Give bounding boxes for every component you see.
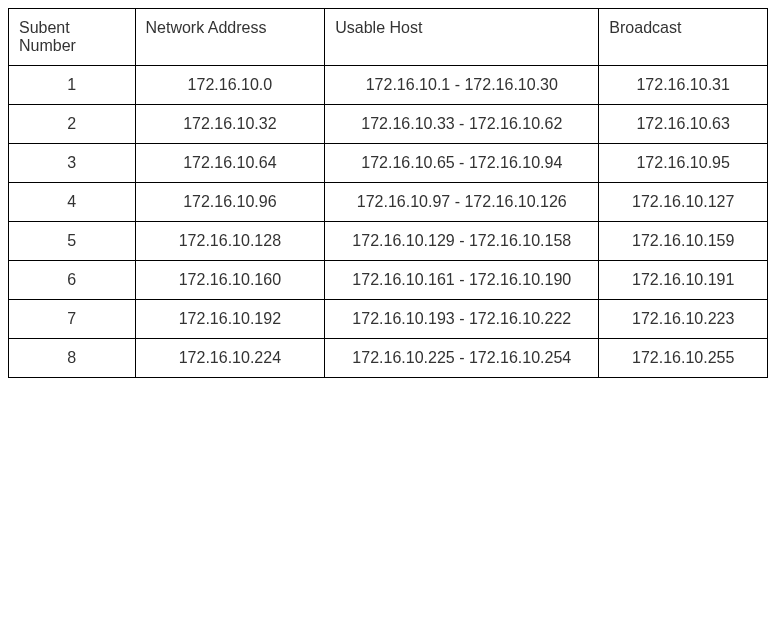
cell-host: 172.16.10.33 - 172.16.10.62	[325, 105, 599, 144]
cell-subnet: 7	[9, 300, 136, 339]
cell-subnet: 4	[9, 183, 136, 222]
cell-network: 172.16.10.0	[135, 66, 325, 105]
cell-subnet: 8	[9, 339, 136, 378]
cell-host: 172.16.10.193 - 172.16.10.222	[325, 300, 599, 339]
cell-subnet: 3	[9, 144, 136, 183]
header-network-address: Network Address	[135, 9, 325, 66]
cell-host: 172.16.10.225 - 172.16.10.254	[325, 339, 599, 378]
cell-host: 172.16.10.65 - 172.16.10.94	[325, 144, 599, 183]
cell-broadcast: 172.16.10.31	[599, 66, 768, 105]
cell-subnet: 1	[9, 66, 136, 105]
cell-broadcast: 172.16.10.191	[599, 261, 768, 300]
cell-subnet: 5	[9, 222, 136, 261]
cell-network: 172.16.10.160	[135, 261, 325, 300]
cell-network: 172.16.10.32	[135, 105, 325, 144]
cell-subnet: 2	[9, 105, 136, 144]
table-row: 1 172.16.10.0 172.16.10.1 - 172.16.10.30…	[9, 66, 768, 105]
table-row: 6 172.16.10.160 172.16.10.161 - 172.16.1…	[9, 261, 768, 300]
cell-host: 172.16.10.1 - 172.16.10.30	[325, 66, 599, 105]
table-row: 4 172.16.10.96 172.16.10.97 - 172.16.10.…	[9, 183, 768, 222]
cell-broadcast: 172.16.10.255	[599, 339, 768, 378]
table-row: 3 172.16.10.64 172.16.10.65 - 172.16.10.…	[9, 144, 768, 183]
cell-broadcast: 172.16.10.127	[599, 183, 768, 222]
cell-network: 172.16.10.192	[135, 300, 325, 339]
table-row: 7 172.16.10.192 172.16.10.193 - 172.16.1…	[9, 300, 768, 339]
table-row: 5 172.16.10.128 172.16.10.129 - 172.16.1…	[9, 222, 768, 261]
cell-network: 172.16.10.96	[135, 183, 325, 222]
header-subnet-number: Subent Number	[9, 9, 136, 66]
cell-broadcast: 172.16.10.223	[599, 300, 768, 339]
table-row: 2 172.16.10.32 172.16.10.33 - 172.16.10.…	[9, 105, 768, 144]
header-broadcast: Broadcast	[599, 9, 768, 66]
table-header-row: Subent Number Network Address Usable Hos…	[9, 9, 768, 66]
cell-network: 172.16.10.224	[135, 339, 325, 378]
cell-network: 172.16.10.64	[135, 144, 325, 183]
cell-host: 172.16.10.129 - 172.16.10.158	[325, 222, 599, 261]
cell-broadcast: 172.16.10.159	[599, 222, 768, 261]
cell-host: 172.16.10.161 - 172.16.10.190	[325, 261, 599, 300]
cell-broadcast: 172.16.10.63	[599, 105, 768, 144]
cell-broadcast: 172.16.10.95	[599, 144, 768, 183]
cell-host: 172.16.10.97 - 172.16.10.126	[325, 183, 599, 222]
header-usable-host: Usable Host	[325, 9, 599, 66]
table-row: 8 172.16.10.224 172.16.10.225 - 172.16.1…	[9, 339, 768, 378]
subnet-table: Subent Number Network Address Usable Hos…	[8, 8, 768, 378]
cell-subnet: 6	[9, 261, 136, 300]
cell-network: 172.16.10.128	[135, 222, 325, 261]
